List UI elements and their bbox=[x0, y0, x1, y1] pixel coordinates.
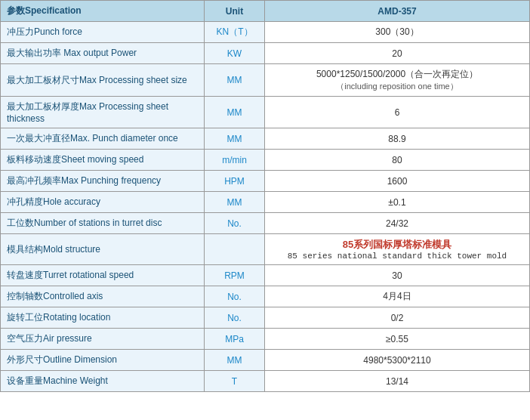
spec-label: 板料移动速度Sheet moving speed bbox=[1, 150, 205, 171]
spec-label: 最大加工板材尺寸Max Processing sheet size bbox=[1, 64, 205, 97]
spec-label: 控制轴数Controlled axis bbox=[1, 286, 205, 307]
unit-label bbox=[205, 234, 265, 265]
spec-label: 工位数Number of stations in turret disc bbox=[1, 213, 205, 234]
value-cell: 13/14 bbox=[265, 371, 530, 392]
spec-label: 外形尺寸Outline Dimension bbox=[1, 350, 205, 371]
table-row: 最大加工板材厚度Max Processing sheet thicknessMM… bbox=[1, 97, 530, 128]
mold-value-primary: 85系列国标厚塔标准模具 bbox=[271, 238, 523, 252]
mold-value-secondary: 85 series national standard thick tower … bbox=[271, 252, 523, 261]
table-row: 控制轴数Controlled axisNo.4月4日 bbox=[1, 286, 530, 307]
table-row: 冲孔精度Hole accuracyMM±0.1 bbox=[1, 192, 530, 213]
value-cell: 80 bbox=[265, 150, 530, 171]
spec-label: 最大加工板材厚度Max Processing sheet thickness bbox=[1, 97, 205, 128]
table-row: 板料移动速度Sheet moving speedm/min80 bbox=[1, 150, 530, 171]
table-row: 冲压力Punch forceKN（T）300（30） bbox=[1, 22, 530, 43]
header-model: AMD-357 bbox=[265, 1, 530, 22]
spec-label: 转盘速度Turret rotational speed bbox=[1, 265, 205, 286]
spec-label: 冲压力Punch force bbox=[1, 22, 205, 43]
unit-label: T bbox=[205, 371, 265, 392]
value-cell: ≥0.55 bbox=[265, 329, 530, 350]
unit-label: MPa bbox=[205, 329, 265, 350]
unit-label: No. bbox=[205, 213, 265, 234]
spec-label: 冲孔精度Hole accuracy bbox=[1, 192, 205, 213]
spec-label: 一次最大冲直径Max. Punch diameter once bbox=[1, 128, 205, 150]
table-row: 最大输出功率 Max output PowerKW20 bbox=[1, 43, 530, 64]
unit-label: MM bbox=[205, 97, 265, 128]
table-row: 外形尺寸Outline DimensionMM4980*5300*2110 bbox=[1, 350, 530, 371]
table-row: 转盘速度Turret rotational speedRPM30 bbox=[1, 265, 530, 286]
value-cell: ±0.1 bbox=[265, 192, 530, 213]
value-cell: 88.9 bbox=[265, 128, 530, 150]
value-cell: 0/2 bbox=[265, 307, 530, 329]
spec-label: 模具结构Mold structure bbox=[1, 234, 205, 265]
table-row: 最大加工板材尺寸Max Processing sheet sizeMM5000*… bbox=[1, 64, 530, 97]
table-row: 最高冲孔频率Max Punching frequencyHPM1600 bbox=[1, 171, 530, 192]
unit-label: KW bbox=[205, 43, 265, 64]
header-unit: Unit bbox=[205, 1, 265, 22]
value-cell: 20 bbox=[265, 43, 530, 64]
value-cell: 300（30） bbox=[265, 22, 530, 43]
table-row: 一次最大冲直径Max. Punch diameter onceMM88.9 bbox=[1, 128, 530, 150]
value-cell: 4月4日 bbox=[265, 286, 530, 307]
table-row: 旋转工位Rotating locationNo.0/2 bbox=[1, 307, 530, 329]
value-cell: 85系列国标厚塔标准模具85 series national standard … bbox=[265, 234, 530, 265]
unit-label: m/min bbox=[205, 150, 265, 171]
value-cell: 1600 bbox=[265, 171, 530, 192]
table-row: 空气压力Air pressureMPa≥0.55 bbox=[1, 329, 530, 350]
unit-label: MM bbox=[205, 128, 265, 150]
unit-label: HPM bbox=[205, 171, 265, 192]
unit-label: RPM bbox=[205, 265, 265, 286]
table-row: 设备重量Machine WeightT13/14 bbox=[1, 371, 530, 392]
value-primary: 5000*1250/1500/2000（合一次再定位） bbox=[271, 68, 523, 81]
value-cell: 5000*1250/1500/2000（合一次再定位）（including re… bbox=[265, 64, 530, 97]
unit-label: No. bbox=[205, 286, 265, 307]
spec-label: 设备重量Machine Weight bbox=[1, 371, 205, 392]
spec-label: 旋转工位Rotating location bbox=[1, 307, 205, 329]
unit-label: No. bbox=[205, 307, 265, 329]
header-spec: 参数Specification bbox=[1, 1, 205, 22]
unit-label: KN（T） bbox=[205, 22, 265, 43]
unit-label: MM bbox=[205, 64, 265, 97]
value-secondary: （including reposition one time） bbox=[271, 81, 523, 92]
table-row: 工位数Number of stations in turret discNo.2… bbox=[1, 213, 530, 234]
value-cell: 24/32 bbox=[265, 213, 530, 234]
spec-label: 最高冲孔频率Max Punching frequency bbox=[1, 171, 205, 192]
value-cell: 30 bbox=[265, 265, 530, 286]
value-cell: 4980*5300*2110 bbox=[265, 350, 530, 371]
unit-label: MM bbox=[205, 350, 265, 371]
table-row: 模具结构Mold structure85系列国标厚塔标准模具85 series … bbox=[1, 234, 530, 265]
value-cell: 6 bbox=[265, 97, 530, 128]
unit-label: MM bbox=[205, 192, 265, 213]
spec-label: 空气压力Air pressure bbox=[1, 329, 205, 350]
spec-label: 最大输出功率 Max output Power bbox=[1, 43, 205, 64]
specs-table: 参数Specification Unit AMD-357 冲压力Punch fo… bbox=[0, 0, 530, 392]
